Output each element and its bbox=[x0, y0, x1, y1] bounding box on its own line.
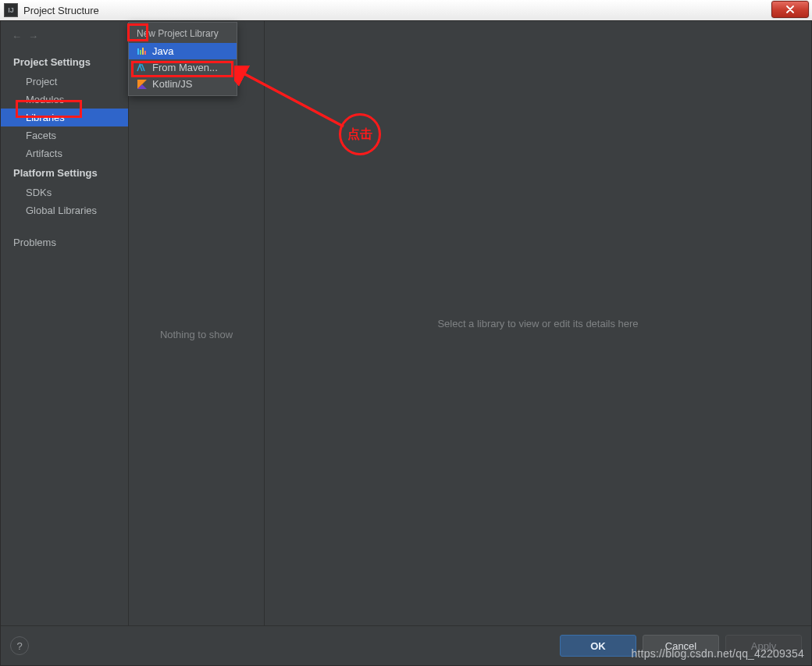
popup-item-from-maven[interactable]: From Maven... bbox=[129, 59, 237, 76]
sidebar-item-global-libraries[interactable]: Global Libraries bbox=[1, 201, 128, 219]
svg-rect-3 bbox=[140, 50, 141, 55]
sidebar-item-modules[interactable]: Modules bbox=[1, 91, 128, 109]
popup-item-from-maven-label: From Maven... bbox=[152, 62, 218, 73]
sidebar-item-sdks[interactable]: SDKs bbox=[1, 183, 128, 201]
nav-forward-button[interactable]: → bbox=[28, 30, 38, 42]
popup-item-kotlinjs[interactable]: Kotlin/JS bbox=[129, 76, 237, 92]
nav-arrows: ← → bbox=[1, 26, 128, 52]
heading-project-settings: Project Settings bbox=[1, 52, 128, 73]
detail-placeholder: Select a library to view or edit its det… bbox=[437, 318, 638, 329]
maven-icon bbox=[137, 62, 148, 73]
popup-item-java[interactable]: Java bbox=[129, 43, 237, 59]
app-icon-text: IJ bbox=[8, 7, 14, 14]
watermark-text: https://blog.csdn.net/qq_42209354 bbox=[632, 647, 804, 660]
svg-rect-5 bbox=[144, 51, 146, 55]
title-bar: IJ Project Structure bbox=[0, 0, 812, 21]
kotlinjs-icon bbox=[137, 79, 148, 90]
svg-rect-4 bbox=[142, 48, 144, 55]
app-icon: IJ bbox=[4, 3, 18, 17]
sidebar-item-libraries[interactable]: Libraries bbox=[1, 109, 128, 126]
sidebar: ← → Project Settings Project Modules Lib… bbox=[1, 21, 129, 626]
sidebar-item-project[interactable]: Project bbox=[1, 73, 128, 91]
dialog-body: ← → Project Settings Project Modules Lib… bbox=[0, 20, 812, 666]
sidebar-item-problems[interactable]: Problems bbox=[1, 233, 128, 251]
popup-item-java-label: Java bbox=[152, 45, 173, 57]
popup-title: New Project Library bbox=[129, 26, 237, 43]
nav-back-button[interactable]: ← bbox=[12, 30, 22, 42]
sidebar-item-facets[interactable]: Facets bbox=[1, 126, 128, 144]
library-detail-pane: Select a library to view or edit its det… bbox=[265, 21, 811, 626]
svg-rect-2 bbox=[137, 48, 139, 55]
close-icon bbox=[785, 5, 795, 13]
java-icon bbox=[137, 46, 148, 57]
help-button[interactable]: ? bbox=[10, 636, 29, 655]
window-title: Project Structure bbox=[23, 5, 99, 16]
window-close-button[interactable] bbox=[771, 1, 809, 18]
sidebar-item-artifacts[interactable]: Artifacts bbox=[1, 144, 128, 162]
popup-item-kotlinjs-label: Kotlin/JS bbox=[152, 78, 192, 90]
new-library-popup: New Project Library Java From Maven... bbox=[128, 22, 237, 96]
library-empty-text: Nothing to show bbox=[160, 329, 233, 340]
library-list-empty: Nothing to show bbox=[129, 43, 264, 626]
heading-platform-settings: Platform Settings bbox=[1, 162, 128, 183]
library-list-panel: Nothing to show bbox=[129, 21, 265, 626]
ok-button[interactable]: OK bbox=[560, 635, 636, 657]
